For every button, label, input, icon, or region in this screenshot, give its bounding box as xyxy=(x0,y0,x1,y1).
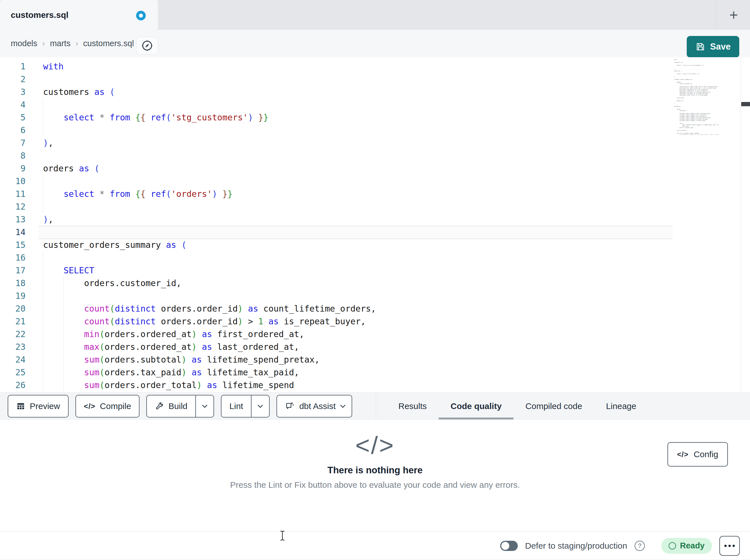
code-line[interactable]: orders.customer_id, xyxy=(43,277,376,290)
line-number: 1 xyxy=(0,60,38,73)
chevron-down-icon xyxy=(340,404,346,408)
code-line[interactable] xyxy=(43,98,376,111)
code-line[interactable]: sum(orders.tax_paid) as lifetime_tax_pai… xyxy=(43,366,376,379)
code-line[interactable]: max(orders.ordered_at) as last_ordered_a… xyxy=(43,340,376,353)
breadcrumb-bar: models › marts › customers.sql xyxy=(0,30,750,57)
defer-toggle[interactable] xyxy=(500,541,518,551)
line-number: 11 xyxy=(0,188,38,200)
divider xyxy=(376,393,376,420)
config-button[interactable]: </> Config xyxy=(668,442,728,466)
chevron-down-icon xyxy=(257,404,263,408)
minimap[interactable]: with customers as ( select * from {{ ref… xyxy=(674,59,719,135)
line-number: 23 xyxy=(0,340,38,353)
line-number: 24 xyxy=(0,353,38,366)
lint-label: Lint xyxy=(230,401,243,411)
help-icon[interactable]: ? xyxy=(635,541,645,551)
preview-button[interactable]: Preview xyxy=(8,395,68,417)
build-dropdown-button[interactable] xyxy=(195,395,214,417)
defer-label: Defer to staging/production xyxy=(525,541,627,551)
code-line[interactable]: select * from {{ ref('stg_customers') }} xyxy=(43,111,376,124)
save-button[interactable]: Save xyxy=(687,36,739,58)
compile-label: Compile xyxy=(100,401,131,411)
lint-dropdown-button[interactable] xyxy=(251,395,269,417)
code-line[interactable] xyxy=(43,124,376,137)
line-number: 17 xyxy=(0,264,38,277)
results-tab-bar: Results Code quality Compiled code Linea… xyxy=(387,393,648,420)
line-number: 2 xyxy=(0,73,38,86)
status-badge: Ready xyxy=(661,538,712,554)
code-line[interactable]: select * from {{ ref('orders') }} xyxy=(43,188,376,200)
line-number: 6 xyxy=(0,124,38,137)
status-label: Ready xyxy=(680,541,705,551)
preview-label: Preview xyxy=(30,401,60,411)
line-number: 15 xyxy=(0,238,38,251)
line-number: 20 xyxy=(0,302,38,315)
status-bar: Defer to staging/production ? Ready ••• xyxy=(0,532,750,560)
code-line[interactable]: sum(orders.subtotal) as lifetime_spend_p… xyxy=(43,353,376,366)
code-line[interactable]: customer_orders_summary as ( xyxy=(43,238,376,251)
line-number: 7 xyxy=(0,137,38,149)
build-button[interactable]: Build xyxy=(146,395,214,417)
empty-state-subtitle: Press the Lint or Fix button above to ev… xyxy=(0,480,750,490)
tab-lineage[interactable]: Lineage xyxy=(594,393,648,420)
code-line[interactable]: with xyxy=(43,60,376,73)
config-label: Config xyxy=(694,450,718,459)
line-number: 14 xyxy=(0,226,38,238)
line-number: 16 xyxy=(0,251,38,264)
tab-compiled-code[interactable]: Compiled code xyxy=(514,393,594,420)
breadcrumb-item-customers-sql: customers.sql xyxy=(83,39,134,48)
line-number: 26 xyxy=(0,379,38,392)
empty-state: </> There is nothing here Press the Lint… xyxy=(0,431,750,490)
breadcrumb: models › marts › customers.sql xyxy=(11,30,134,57)
code-line[interactable]: min(orders.ordered_at) as first_ordered_… xyxy=(43,328,376,340)
code-line[interactable] xyxy=(43,251,376,264)
code-line[interactable] xyxy=(43,149,376,162)
breadcrumb-item-models[interactable]: models xyxy=(11,39,37,48)
code-icon: </> xyxy=(84,402,96,411)
build-label: Build xyxy=(169,401,188,411)
tab-customers-sql[interactable]: customers.sql xyxy=(0,0,158,30)
code-line[interactable]: SELECT xyxy=(43,264,376,277)
code-line[interactable]: orders as ( xyxy=(43,162,376,175)
minimap-line: on customers.customer_id = customer_orde… xyxy=(674,134,719,135)
line-number: 18 xyxy=(0,277,38,290)
code-editor[interactable]: 1234567891011121314151617181920212223242… xyxy=(0,57,750,392)
chevron-right-icon: › xyxy=(42,39,45,48)
scrollbar-thumb[interactable] xyxy=(741,102,750,106)
tab-title: customers.sql xyxy=(11,10,68,20)
dbt-ide-window: customers.sql + models › marts › custome… xyxy=(0,0,750,560)
code-line[interactable] xyxy=(43,226,376,238)
tab-results[interactable]: Results xyxy=(387,393,439,420)
line-number: 13 xyxy=(0,213,38,226)
code-line[interactable]: ), xyxy=(43,213,376,226)
new-tab-button[interactable]: + xyxy=(720,2,747,28)
code-line[interactable]: customers as ( xyxy=(43,86,376,98)
unsaved-changes-icon xyxy=(136,11,146,20)
table-icon xyxy=(16,402,25,411)
code-line[interactable]: ), xyxy=(43,137,376,149)
status-circle-icon xyxy=(669,542,676,549)
breadcrumb-item-marts[interactable]: marts xyxy=(50,39,71,48)
empty-state-title: There is nothing here xyxy=(0,465,750,476)
compile-button[interactable]: </> Compile xyxy=(75,395,140,417)
line-number: 8 xyxy=(0,149,38,162)
code-line[interactable] xyxy=(43,73,376,86)
code-line[interactable]: count(distinct orders.order_id) > 1 as i… xyxy=(43,315,376,328)
dbt-assist-button[interactable]: dbt Assist xyxy=(276,395,352,417)
code-line[interactable]: sum(orders.order_total) as lifetime_spen… xyxy=(43,379,376,392)
explore-lineage-button[interactable] xyxy=(136,37,158,55)
line-number: 9 xyxy=(0,162,38,175)
tab-code-quality[interactable]: Code quality xyxy=(439,393,514,420)
scrollbar-track xyxy=(741,57,741,392)
line-number: 10 xyxy=(0,175,38,188)
more-options-button[interactable]: ••• xyxy=(719,536,740,556)
save-icon xyxy=(695,42,706,52)
code-line[interactable] xyxy=(43,200,376,213)
save-label: Save xyxy=(710,42,730,52)
code-line[interactable] xyxy=(43,175,376,188)
code-content[interactable]: with customers as ( select * from {{ ref… xyxy=(43,60,376,392)
code-line[interactable] xyxy=(43,290,376,302)
dbt-assist-chevron[interactable] xyxy=(339,395,352,417)
lint-button[interactable]: Lint xyxy=(221,395,270,417)
code-line[interactable]: count(distinct orders.order_id) as count… xyxy=(43,302,376,315)
